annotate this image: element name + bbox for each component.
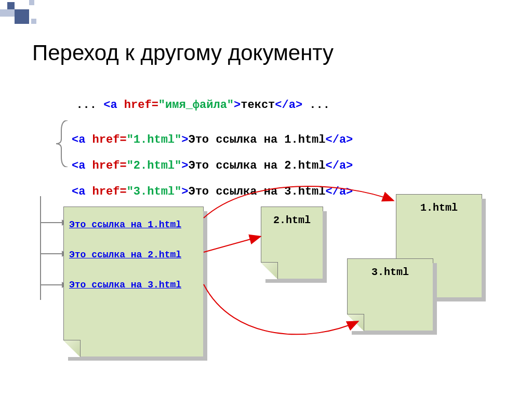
target-doc-2: 2.html	[261, 207, 323, 279]
connector-left	[33, 192, 48, 327]
doc-label: 2.html	[273, 214, 311, 226]
doc-label: 1.html	[420, 202, 458, 214]
page-title: Переход к другому документу	[32, 40, 334, 65]
corner-decoration	[0, 0, 73, 31]
link-3[interactable]: Это ссылка на 3.html	[69, 280, 181, 290]
code-examples: <a href="1.html">Это ссылка на 1.html</a…	[72, 120, 353, 211]
target-doc-3: 3.html	[347, 258, 433, 331]
source-document: Это ссылка на 1.html Это ссылка на 2.htm…	[63, 207, 204, 357]
syntax-line: ... <a href="имя_файла">текст</a> ...	[62, 86, 330, 112]
doc-label: 3.html	[371, 266, 409, 278]
brace-icon	[54, 120, 70, 167]
example-row: <a href="3.html">Это ссылка на 3.html</a…	[72, 185, 353, 198]
example-row: <a href="1.html">Это ссылка на 1.html</a…	[72, 133, 353, 146]
link-2[interactable]: Это ссылка на 2.html	[69, 250, 181, 260]
example-row: <a href="2.html">Это ссылка на 2.html</a…	[72, 159, 353, 172]
link-1[interactable]: Это ссылка на 1.html	[69, 219, 181, 230]
